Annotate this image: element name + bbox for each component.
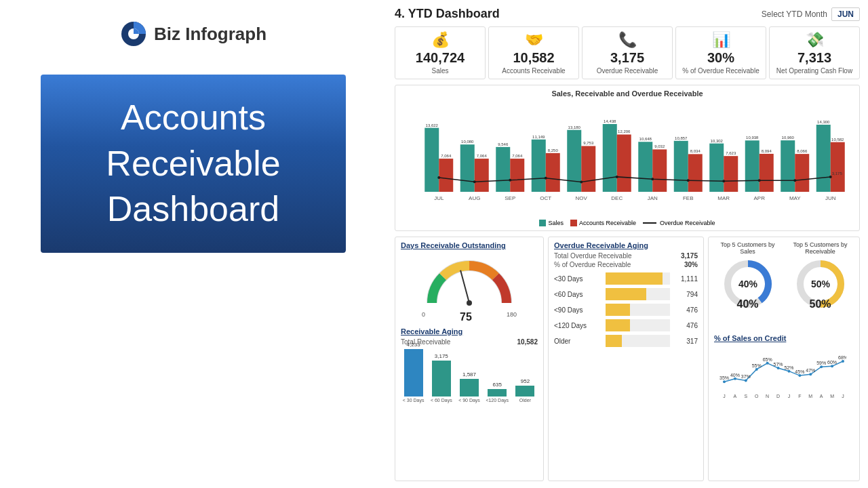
bar-val-2: 1,587 xyxy=(462,371,476,378)
svg-point-65 xyxy=(545,177,547,180)
svg-text:68%: 68% xyxy=(838,355,846,360)
ytd-selector: Select YTD Month JUN xyxy=(762,7,860,21)
svg-point-67 xyxy=(616,176,618,178)
kpi-value-0: 140,724 xyxy=(416,50,465,66)
kpi-label-1: Accounts Receivable xyxy=(502,67,565,75)
svg-text:J: J xyxy=(788,394,791,399)
svg-point-66 xyxy=(580,181,583,184)
svg-text:J: J xyxy=(723,394,726,399)
svg-rect-12 xyxy=(496,147,510,192)
svg-rect-28 xyxy=(617,134,631,192)
overdue-pct-row: % of Overdue Receivable 30% xyxy=(554,261,698,268)
svg-point-105 xyxy=(809,373,812,375)
gauge-min: 0 xyxy=(422,311,425,323)
overdue-total-value: 3,175 xyxy=(681,252,698,260)
svg-text:10,302: 10,302 xyxy=(711,139,724,143)
bar-xlabel-1: < 60 Days xyxy=(431,398,452,403)
aging-bar-wrap-1 xyxy=(606,288,670,300)
kpi-label-3: % of Overdue Receivable xyxy=(682,67,759,75)
title-line-2: Receivable xyxy=(106,141,280,187)
legend-item-2: Overdue Receivable xyxy=(643,220,715,226)
aging-label-3: <120 Days xyxy=(554,322,601,329)
svg-text:52%: 52% xyxy=(784,365,793,370)
overdue-pct-label: % of Overdue Receivable xyxy=(554,261,631,268)
left-panel: Biz Infograph Accounts Receivable Dashbo… xyxy=(0,0,387,488)
aging-row-4: Older 317 xyxy=(554,335,698,347)
aging-bar-wrap-0 xyxy=(606,272,670,285)
svg-text:59%: 59% xyxy=(816,361,826,365)
svg-rect-3 xyxy=(439,159,453,192)
aging-bar-fill-2 xyxy=(606,304,630,316)
svg-rect-2 xyxy=(425,128,439,192)
credit-section: % of Sales on Credit 35%J40%A37%S55%O65%… xyxy=(714,334,854,407)
kpi-card-2: 📞 3,175 Overdue Receivable xyxy=(582,26,673,79)
bar-fill-0 xyxy=(404,349,423,396)
svg-text:DEC: DEC xyxy=(611,195,623,201)
ytd-label: Select YTD Month xyxy=(762,9,827,19)
svg-rect-58 xyxy=(831,142,845,192)
svg-text:8,066: 8,066 xyxy=(797,149,808,153)
credit-chart-svg: 35%J40%A37%S55%O65%N57%D52%J45%F47%M59%A… xyxy=(714,344,846,405)
svg-text:M: M xyxy=(808,394,812,399)
svg-text:40%: 40% xyxy=(730,373,740,378)
aging-bar-fill-4 xyxy=(606,335,622,347)
svg-point-63 xyxy=(473,180,476,183)
svg-text:8,094: 8,094 xyxy=(762,149,772,153)
logo-icon xyxy=(120,20,147,47)
bar-fill-3 xyxy=(488,389,507,396)
aging-bar-wrap-2 xyxy=(606,304,670,316)
svg-text:60%: 60% xyxy=(827,360,837,365)
svg-text:10,582: 10,582 xyxy=(831,138,844,142)
kpi-value-2: 3,175 xyxy=(610,50,644,66)
svg-rect-22 xyxy=(567,130,581,192)
top5-receivable-pct: 50% xyxy=(809,277,831,331)
svg-rect-27 xyxy=(603,124,617,192)
gauge-labels: 0 75 180 xyxy=(422,311,517,323)
bar-xlabel-2: < 90 Days xyxy=(458,398,480,403)
svg-text:13,180: 13,180 xyxy=(568,125,581,129)
credit-title: % of Sales on Credit xyxy=(714,334,854,342)
aging-bar-wrap-4 xyxy=(606,335,670,347)
aging-count-0: 1,111 xyxy=(674,275,698,283)
logo-area: Biz Infograph xyxy=(120,20,267,47)
aging-bar-fill-1 xyxy=(606,288,646,300)
dashboard-title: 4. YTD Dashboard xyxy=(395,7,500,21)
aging-row-2: <90 Days 476 xyxy=(554,304,698,316)
ytd-value[interactable]: JUN xyxy=(831,7,860,21)
svg-point-81 xyxy=(723,380,726,383)
bar-xlabel-3: <120 Days xyxy=(486,398,509,403)
svg-text:M: M xyxy=(830,394,834,399)
kpi-icon-4: 💸 xyxy=(806,31,824,49)
svg-point-64 xyxy=(509,179,511,182)
bar-fill-1 xyxy=(432,361,451,396)
main-chart-section: Sales, Receivable and Overdue Receivable… xyxy=(395,85,860,231)
svg-text:MAR: MAR xyxy=(717,195,730,201)
svg-point-87 xyxy=(745,379,747,382)
svg-text:SEP: SEP xyxy=(505,195,515,201)
svg-rect-17 xyxy=(532,140,546,192)
bar-val-1: 3,175 xyxy=(435,353,448,359)
kpi-icon-2: 📞 xyxy=(618,31,637,49)
svg-rect-18 xyxy=(546,153,560,192)
kpi-icon-0: 💰 xyxy=(431,31,450,49)
top5-donut-row: Top 5 Customers by Sales 40% 40% Top 5 C… xyxy=(714,241,854,331)
svg-text:14,438: 14,438 xyxy=(604,119,616,123)
overdue-total-label: Total Overdue Receivable xyxy=(554,252,632,260)
svg-text:FEB: FEB xyxy=(683,195,694,201)
svg-text:14,300: 14,300 xyxy=(817,120,830,124)
aging-label-4: Older xyxy=(554,338,601,345)
aging-bar-fill-0 xyxy=(606,272,663,285)
legend-item-1: Accounts Receivable xyxy=(570,220,636,226)
kpi-icon-1: 🤝 xyxy=(525,31,543,49)
recv-bar-1: 3,175 < 60 Days xyxy=(429,353,454,403)
svg-rect-23 xyxy=(581,146,595,192)
svg-point-72 xyxy=(793,179,796,182)
receivable-bar-chart: 4,233 < 30 Days 3,175 < 60 Days 1,587 < … xyxy=(401,348,538,403)
title-line-3: Dashboard xyxy=(107,186,279,232)
svg-point-90 xyxy=(755,368,758,371)
main-chart-svg: JUL13,6227,064AUG10,0807,064SEP9,5467,06… xyxy=(401,100,855,216)
svg-text:11,149: 11,149 xyxy=(532,135,545,139)
aging-count-2: 476 xyxy=(674,306,698,314)
svg-text:10,080: 10,080 xyxy=(461,140,474,144)
svg-rect-43 xyxy=(724,156,738,192)
